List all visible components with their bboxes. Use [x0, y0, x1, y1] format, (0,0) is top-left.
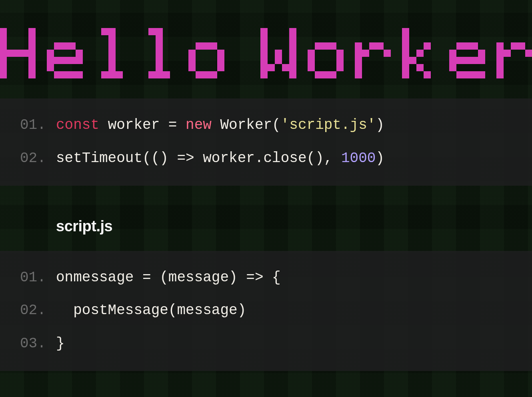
token: setTimeout(() => worker.close(), [56, 150, 341, 166]
token: 1000 [341, 150, 376, 166]
title-glyph [496, 28, 532, 78]
line-number: 01. [20, 109, 56, 142]
title-glyph [308, 28, 344, 78]
line-number: 01. [20, 261, 56, 295]
line-body: onmessage = (message) => { [56, 261, 281, 295]
token: onmessage = (message) => { [56, 269, 281, 286]
title-glyph [236, 28, 249, 78]
title-glyph [449, 28, 485, 78]
code-block-main: 01.const worker = new Worker('script.js'… [0, 98, 532, 186]
token: } [56, 335, 65, 352]
code-line: 01.onmessage = (message) => { [20, 261, 512, 295]
token: 'script.js' [281, 117, 376, 133]
code-block-worker: 01.onmessage = (message) => {02. postMes… [0, 251, 532, 371]
token: ) [376, 150, 384, 166]
title-glyph [47, 28, 83, 78]
line-body: const worker = new Worker('script.js') [56, 109, 384, 142]
token: new [186, 117, 220, 133]
code-line: 02.setTimeout(() => worker.close(), 1000… [20, 142, 512, 175]
title-glyph [0, 28, 36, 78]
token: ) [376, 117, 384, 133]
title-glyph [141, 28, 177, 78]
token: worker = [108, 117, 186, 133]
code-line: 01.const worker = new Worker('script.js'… [20, 109, 512, 142]
title-glyph [355, 28, 391, 78]
code-filename: script.js [0, 186, 532, 251]
line-body: postMessage(message) [56, 294, 246, 327]
token: postMessage(message) [56, 302, 246, 319]
token: const [56, 117, 108, 133]
code-line: 02. postMessage(message) [20, 294, 512, 327]
title-glyph [402, 28, 438, 78]
title-glyph [188, 28, 224, 78]
code-line: 03.} [20, 327, 512, 361]
line-number: 03. [20, 327, 56, 361]
title-glyph [260, 28, 296, 78]
slide: 01.const worker = new Worker('script.js'… [0, 0, 532, 397]
token: Worker( [220, 117, 280, 133]
line-body: } [56, 327, 65, 361]
line-body: setTimeout(() => worker.close(), 1000) [56, 142, 384, 175]
line-number: 02. [20, 142, 56, 175]
slide-title [0, 16, 532, 98]
title-glyph [94, 28, 130, 78]
line-number: 02. [20, 294, 56, 327]
